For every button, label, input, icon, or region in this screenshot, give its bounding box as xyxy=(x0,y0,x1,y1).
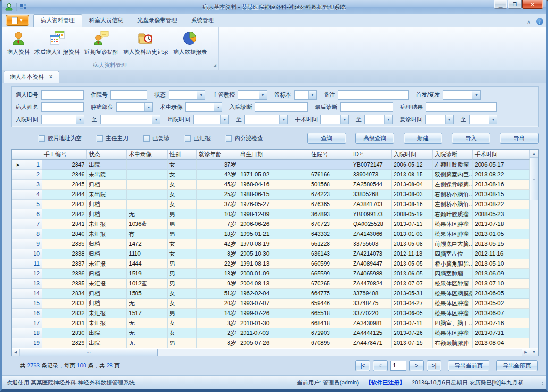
info-icon[interactable]: i xyxy=(536,18,543,25)
action-button-4[interactable]: 导入 xyxy=(452,133,490,144)
ribbon-tab-2[interactable]: 科室人员信息 xyxy=(82,15,130,27)
chevron-down-icon[interactable]: ▼ xyxy=(220,115,228,124)
resize-grip[interactable] xyxy=(538,380,543,385)
chevron-down-icon[interactable]: ▼ xyxy=(489,115,497,124)
ribbon-tab-3[interactable]: 光盘录像带管理 xyxy=(130,15,184,27)
table-row[interactable]: 102838归档1110女8岁2005-10-30636143ZA4214073… xyxy=(12,249,530,259)
chevron-down-icon[interactable]: ▼ xyxy=(340,115,348,124)
table-row[interactable]: 42844未出院女25岁1988-06-15674223338052682013… xyxy=(12,190,530,200)
table-row[interactable]: 162832未汇报1517男14岁1999-07-266655183377022… xyxy=(12,309,530,318)
action-button-2[interactable]: 高级查询 xyxy=(355,133,394,144)
chevron-down-icon[interactable]: ▼ xyxy=(384,115,392,124)
chevron-down-icon[interactable]: ▼ xyxy=(197,91,205,99)
ribbon-action-2[interactable]: 术后病人汇报资料 xyxy=(32,29,82,57)
vertical-scroll-thumb[interactable]: ≡ xyxy=(530,158,538,200)
ribbon-tab-4[interactable]: 系统管理 xyxy=(184,15,221,27)
column-header-10[interactable]: 入院诊断 xyxy=(433,150,473,160)
column-header-3[interactable]: 术中录像 xyxy=(127,150,168,160)
checkbox-2[interactable]: 主任主刀 xyxy=(97,134,128,142)
dialog-launcher-icon[interactable]: ◢ xyxy=(211,63,216,68)
table-row[interactable]: 52843归档女37岁1976-05-27676365ZA38417032013… xyxy=(12,200,530,209)
table-row[interactable]: ▶12847出院女37岁YB00721472006-05-12左额叶胶质瘤200… xyxy=(12,160,530,170)
filter-combo-r2-3[interactable]: ▼ xyxy=(185,102,222,112)
filter-input-r2-1[interactable] xyxy=(41,102,84,112)
action-button-5[interactable]: 导出 xyxy=(500,133,539,144)
filter-combo-r1-7[interactable]: ▼ xyxy=(443,90,481,100)
filter-input-r1-6[interactable] xyxy=(338,90,409,100)
chevron-down-icon[interactable]: ▼ xyxy=(214,103,222,111)
vertical-scrollbar[interactable]: ▲ ≡ ▼ xyxy=(530,150,538,356)
filter-combo-r3-2[interactable]: ▼ xyxy=(100,115,160,124)
table-row[interactable]: 92839归档1472女42岁1970-08-19661228337556032… xyxy=(12,239,530,249)
filter-combo-r1-4[interactable]: ▼ xyxy=(238,90,267,100)
column-header-9[interactable]: 入院时间 xyxy=(392,150,433,160)
scroll-right-icon[interactable]: ▶ xyxy=(522,349,530,356)
scroll-left-icon[interactable]: ◀ xyxy=(12,349,20,356)
ribbon-action-4[interactable]: 病人资料历史记录 xyxy=(121,29,171,57)
column-header-8[interactable]: ID号 xyxy=(351,150,392,160)
column-header-4[interactable]: 性别 xyxy=(168,150,197,160)
horizontal-scroll-track[interactable] xyxy=(158,349,522,356)
page-number-input[interactable] xyxy=(390,361,406,371)
checkbox-1[interactable]: 胶片地址为空 xyxy=(39,134,82,142)
filter-combo-r1-5[interactable]: ▼ xyxy=(294,90,317,100)
checkbox-4[interactable]: 已汇报 xyxy=(185,134,211,142)
table-row[interactable]: 122836归档1519男13岁2000-01-09665599ZA406598… xyxy=(12,269,530,279)
table-row[interactable]: 132835未汇报1012蓝男9岁2004-08-13670265ZA44708… xyxy=(12,279,530,289)
license-status-link[interactable]: 【软件已注册】 xyxy=(365,379,405,387)
table-row[interactable]: 192829出院无男8岁2005-07-26670895ZA4478471201… xyxy=(12,338,530,348)
chevron-down-icon[interactable]: ▼ xyxy=(472,91,480,99)
application-menu-button[interactable]: ▼ xyxy=(6,15,29,26)
minimize-button[interactable]: ▁ xyxy=(494,0,507,9)
table-row[interactable]: 82840未汇报有男18岁1995-01-21643332ZA414306620… xyxy=(12,229,530,239)
filter-combo-r3-5[interactable]: ▼ xyxy=(320,115,349,124)
filter-combo-r1-3[interactable]: ▼ xyxy=(169,90,205,100)
column-header-2[interactable]: 状态 xyxy=(87,150,127,160)
chevron-down-icon[interactable]: ▼ xyxy=(445,115,453,124)
table-row[interactable]: 112837未汇报1444男22岁1991-08-13660599ZA40894… xyxy=(12,259,530,269)
close-button[interactable]: ✕ xyxy=(522,0,543,9)
last-page-button[interactable]: >| xyxy=(427,360,441,371)
layout-icon[interactable] xyxy=(19,3,27,12)
maximize-button[interactable]: ❐ xyxy=(508,0,522,9)
export-current-page-button[interactable]: 导出当前页 xyxy=(448,360,489,371)
next-page-button[interactable]: > xyxy=(409,360,424,371)
chevron-down-icon[interactable]: ▼ xyxy=(308,91,316,99)
table-row[interactable]: 142834归档1505女51岁1962-02-0466477533769408… xyxy=(12,289,530,299)
column-header-5[interactable]: 就诊年龄 xyxy=(197,150,238,160)
action-button-1[interactable]: 查询 xyxy=(307,133,346,144)
close-tab-icon[interactable]: ✕ xyxy=(49,74,53,80)
chevron-down-icon[interactable]: ▼ xyxy=(152,115,160,124)
table-row[interactable]: 172831未汇报无女3岁2010-01-30668418ZA343098120… xyxy=(12,318,530,328)
filter-combo-r3-6[interactable]: ▼ xyxy=(364,115,393,124)
table-row[interactable]: 152833归档无女20岁1993-07-0765944633748475201… xyxy=(12,299,530,309)
filter-input-r1-1[interactable] xyxy=(41,90,84,100)
ribbon-action-3[interactable]: 近期复诊提醒 xyxy=(82,29,121,57)
filter-input-r2-4[interactable] xyxy=(255,102,308,112)
prev-page-button[interactable]: < xyxy=(373,360,388,371)
chevron-down-icon[interactable]: ▼ xyxy=(144,103,152,111)
tab-patient-basic-info[interactable]: 病人基本资料 ✕ xyxy=(4,71,59,83)
scroll-down-icon[interactable]: ▼ xyxy=(530,348,538,356)
checkbox-3[interactable]: 已复诊 xyxy=(143,134,169,142)
table-row[interactable]: 72841未汇报1036蓝男7岁2006-06-26670723QA002552… xyxy=(12,219,530,229)
filter-combo-r3-1[interactable]: ▼ xyxy=(41,115,84,124)
filter-combo-r3-7[interactable]: ▼ xyxy=(425,115,454,124)
collapse-ribbon-icon[interactable]: ∧ xyxy=(527,19,531,24)
filter-combo-r2-2[interactable]: ▼ xyxy=(116,102,153,112)
column-header-1[interactable]: 手工编号 xyxy=(42,150,87,160)
column-header-6[interactable]: 出生日期 xyxy=(238,150,309,160)
filter-combo-r3-4[interactable]: ▼ xyxy=(244,115,288,124)
column-header-7[interactable]: 住院号 xyxy=(309,150,351,160)
chevron-down-icon[interactable]: ▼ xyxy=(279,115,287,124)
filter-input-r1-2[interactable] xyxy=(110,90,147,100)
checkbox-5[interactable]: 内分泌检查 xyxy=(226,134,263,142)
action-button-3[interactable]: 新建 xyxy=(404,133,442,144)
filter-input-r2-5[interactable] xyxy=(340,102,393,112)
horizontal-scrollbar[interactable]: ◀ ⋯ ▶ xyxy=(12,349,530,356)
table-row[interactable]: 182830出院无女2岁2011-07-03672903ZA4444125201… xyxy=(12,328,530,338)
export-all-pages-button[interactable]: 导出全部页 xyxy=(496,360,538,371)
table-row[interactable]: 22846未出院女42岁1971-05-02676166339040732013… xyxy=(12,170,530,180)
chevron-down-icon[interactable]: ▼ xyxy=(259,91,267,99)
column-header-11[interactable]: 手术时间 xyxy=(473,150,530,160)
